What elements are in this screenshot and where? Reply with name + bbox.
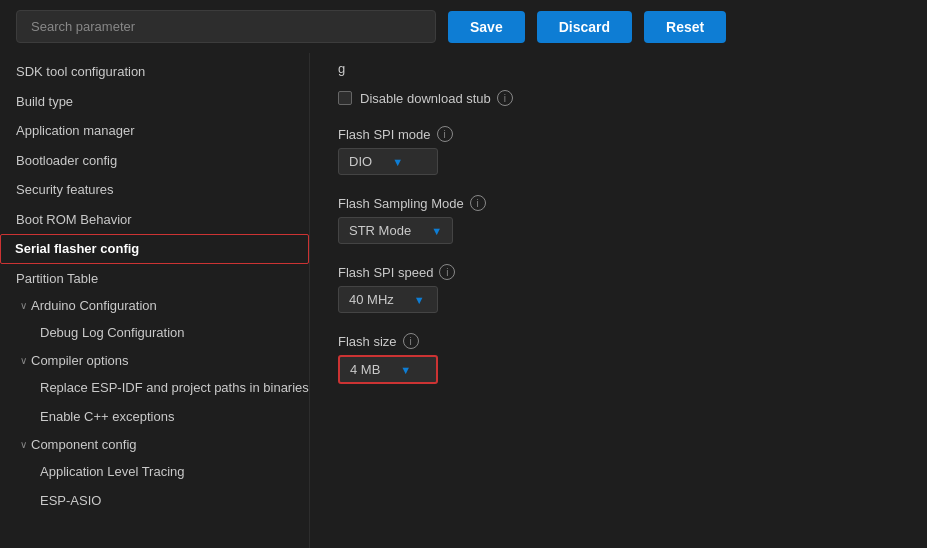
sidebar-item-cpp-exceptions[interactable]: Enable C++ exceptions bbox=[0, 402, 309, 432]
flash-spi-mode-arrow-icon: ▼ bbox=[392, 156, 403, 168]
sidebar-item-security[interactable]: Security features bbox=[0, 175, 309, 205]
flash-size-row: Flash size i 4 MB ▼ bbox=[338, 333, 899, 384]
sidebar-item-partition-table[interactable]: Partition Table bbox=[0, 264, 309, 294]
sidebar-item-boot-rom[interactable]: Boot ROM Behavior bbox=[0, 205, 309, 235]
flash-size-info-icon[interactable]: i bbox=[403, 333, 419, 349]
chevron-icon: ∨ bbox=[20, 355, 27, 366]
sidebar-section-component-label: Component config bbox=[31, 437, 137, 452]
flash-spi-speed-info-icon[interactable]: i bbox=[439, 264, 455, 280]
sidebar-item-build-type[interactable]: Build type bbox=[0, 87, 309, 117]
chevron-icon: ∨ bbox=[20, 300, 27, 311]
sidebar-section-component-config[interactable]: ∨ Component config bbox=[0, 432, 309, 457]
sidebar-section-arduino-label: Arduino Configuration bbox=[31, 298, 157, 313]
sidebar-section-compiler[interactable]: ∨ Compiler options bbox=[0, 348, 309, 373]
top-bar: Save Discard Reset bbox=[0, 0, 927, 53]
disable-download-stub-checkbox[interactable] bbox=[338, 91, 352, 105]
flash-spi-mode-row: Flash SPI mode i DIO ▼ bbox=[338, 126, 899, 175]
sidebar-item-app-tracing[interactable]: Application Level Tracing bbox=[0, 457, 309, 487]
disable-download-stub-info-icon[interactable]: i bbox=[497, 90, 513, 106]
flash-size-arrow-icon: ▼ bbox=[400, 364, 411, 376]
disable-download-stub-row: Disable download stub i bbox=[338, 90, 899, 106]
reset-button[interactable]: Reset bbox=[644, 11, 726, 43]
chevron-icon: ∨ bbox=[20, 439, 27, 450]
flash-spi-speed-label: Flash SPI speed i bbox=[338, 264, 899, 280]
flash-spi-speed-dropdown[interactable]: 40 MHz ▼ bbox=[338, 286, 438, 313]
partial-title: g bbox=[338, 61, 899, 76]
main-panel: g Disable download stub i Flash SPI mode… bbox=[310, 53, 927, 548]
flash-spi-mode-info-icon[interactable]: i bbox=[437, 126, 453, 142]
flash-sampling-mode-arrow-icon: ▼ bbox=[431, 225, 442, 237]
flash-size-label: Flash size i bbox=[338, 333, 899, 349]
sidebar-item-app-manager[interactable]: Application manager bbox=[0, 116, 309, 146]
flash-spi-mode-dropdown[interactable]: DIO ▼ bbox=[338, 148, 438, 175]
flash-spi-mode-label: Flash SPI mode i bbox=[338, 126, 899, 142]
content-area: SDK tool configuration Build type Applic… bbox=[0, 53, 927, 548]
sidebar-section-arduino[interactable]: ∨ Arduino Configuration bbox=[0, 293, 309, 318]
flash-sampling-mode-row: Flash Sampling Mode i STR Mode ▼ bbox=[338, 195, 899, 244]
sidebar-item-serial-flasher[interactable]: Serial flasher config bbox=[0, 234, 309, 264]
sidebar-item-sdk-tool[interactable]: SDK tool configuration bbox=[0, 57, 309, 87]
search-input[interactable] bbox=[16, 10, 436, 43]
sidebar-section-compiler-label: Compiler options bbox=[31, 353, 129, 368]
disable-download-stub-label: Disable download stub i bbox=[360, 90, 513, 106]
sidebar-item-replace-paths[interactable]: Replace ESP-IDF and project paths in bin… bbox=[0, 373, 309, 403]
flash-sampling-mode-label: Flash Sampling Mode i bbox=[338, 195, 899, 211]
sidebar-item-debug-log[interactable]: Debug Log Configuration bbox=[0, 318, 309, 348]
flash-spi-speed-row: Flash SPI speed i 40 MHz ▼ bbox=[338, 264, 899, 313]
flash-sampling-mode-info-icon[interactable]: i bbox=[470, 195, 486, 211]
sidebar-item-esp-asio[interactable]: ESP-ASIO bbox=[0, 486, 309, 516]
flash-size-dropdown[interactable]: 4 MB ▼ bbox=[338, 355, 438, 384]
flash-sampling-mode-dropdown[interactable]: STR Mode ▼ bbox=[338, 217, 453, 244]
flash-spi-speed-arrow-icon: ▼ bbox=[414, 294, 425, 306]
save-button[interactable]: Save bbox=[448, 11, 525, 43]
sidebar-item-bootloader[interactable]: Bootloader config bbox=[0, 146, 309, 176]
discard-button[interactable]: Discard bbox=[537, 11, 632, 43]
sidebar: SDK tool configuration Build type Applic… bbox=[0, 53, 310, 548]
search-wrapper bbox=[16, 10, 436, 43]
